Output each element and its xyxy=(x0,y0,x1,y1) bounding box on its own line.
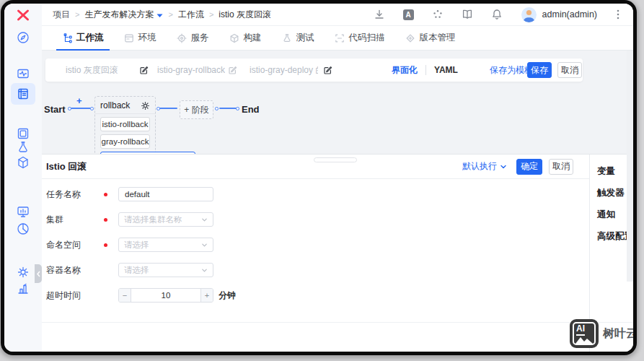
delivery-icon[interactable] xyxy=(16,155,30,170)
edit-name-icon[interactable] xyxy=(139,66,149,75)
connector-line xyxy=(159,108,177,109)
tab-code-scan[interactable]: 代码扫描 xyxy=(335,26,385,50)
report-icon[interactable] xyxy=(16,222,30,236)
save-button[interactable]: 保存 xyxy=(527,62,552,78)
add-stage-button[interactable]: + 阶段 xyxy=(180,100,213,119)
logo-x-icon[interactable] xyxy=(15,7,31,23)
service-icon xyxy=(177,33,187,43)
tab-label: 版本管理 xyxy=(420,32,456,44)
scrollbar-track[interactable] xyxy=(627,51,633,282)
cancel-button[interactable]: 取消 xyxy=(557,62,582,78)
exec-mode-label: 默认执行 xyxy=(462,160,497,173)
end-node: End xyxy=(242,104,260,115)
field-label: 任务名称 xyxy=(46,188,104,201)
plugins-icon[interactable] xyxy=(432,9,444,20)
resources-icon[interactable] xyxy=(16,126,30,141)
left-sidebar xyxy=(4,4,42,352)
required-dot xyxy=(104,218,107,222)
stage-settings-gear-icon[interactable] xyxy=(141,100,150,110)
download-icon[interactable] xyxy=(374,9,385,20)
projects-icon[interactable] xyxy=(16,87,30,101)
add-task-button[interactable]: + xyxy=(76,97,82,105)
environment-icon xyxy=(124,33,134,43)
namespace-select[interactable]: 请选择 xyxy=(118,238,213,252)
more-icon[interactable] xyxy=(613,9,623,20)
connector-line xyxy=(71,108,91,109)
app-window: 项目 > 生产发布解决方案 > 工作流 > istio 灰度回滚 A admin… xyxy=(4,4,633,352)
workflow-desc-field[interactable]: istio-gray-deploy 的回滚工作流 xyxy=(250,64,318,77)
breadcrumb-project-name[interactable]: 生产发布解决方案 xyxy=(84,9,154,21)
insight-icon[interactable] xyxy=(16,66,30,81)
translate-icon[interactable]: A xyxy=(403,9,414,20)
settings-icon[interactable] xyxy=(16,265,30,279)
cluster-select[interactable]: 请选择集群名称 xyxy=(118,212,213,227)
workflow-icon xyxy=(62,33,72,43)
form-row-cluster: 集群 请选择集群名称 xyxy=(46,212,589,227)
docs-icon[interactable] xyxy=(462,9,473,20)
avatar[interactable] xyxy=(521,7,537,22)
tab-builds[interactable]: 构建 xyxy=(229,26,262,50)
container-select[interactable]: 请选择 xyxy=(118,263,213,277)
task-item[interactable]: gray-rollback xyxy=(100,134,150,149)
breadcrumb-projects[interactable]: 项目 xyxy=(53,9,70,21)
edit-desc-icon[interactable] xyxy=(323,66,332,75)
user-name[interactable]: admin(admin) xyxy=(542,9,597,19)
tab-version-management[interactable]: 版本管理 xyxy=(405,26,456,50)
dashboard-icon[interactable] xyxy=(16,30,30,45)
stepper-value[interactable]: 10 xyxy=(131,289,200,302)
version-icon xyxy=(405,33,415,43)
connector-line xyxy=(219,108,237,109)
stepper-plus-button[interactable]: + xyxy=(200,289,213,302)
watermark-label: 树叶云 xyxy=(603,326,633,342)
mountain-icon xyxy=(575,336,593,344)
breadcrumb-current: istio 灰度回滚 xyxy=(219,9,271,21)
connector-dot xyxy=(236,107,239,110)
exec-mode-dropdown[interactable]: 默认执行 xyxy=(462,160,507,173)
field-label: 命名空间 xyxy=(46,239,104,251)
tab-services[interactable]: 服务 xyxy=(177,26,209,50)
tab-label: 工作流 xyxy=(76,32,104,44)
enterprise-icon[interactable] xyxy=(16,281,30,295)
required-dot xyxy=(104,193,107,196)
sidebar-collapse-handle[interactable] xyxy=(35,264,42,283)
panel-cancel-button[interactable]: 取消 xyxy=(549,159,573,175)
task-item[interactable]: istio-rollback xyxy=(100,117,150,131)
timeout-stepper: − 10 + xyxy=(118,288,213,303)
breadcrumb-workflows[interactable]: 工作流 xyxy=(178,9,204,21)
stepper-minus-button[interactable]: − xyxy=(119,289,131,302)
confirm-button[interactable]: 确定 xyxy=(516,159,542,175)
project-tabbar: 工作流 环境 服务 构建 测试 代码扫描 版本管理 xyxy=(42,26,633,51)
watermark: AI 树叶云 xyxy=(570,319,633,348)
task-name-input[interactable] xyxy=(118,187,213,201)
top-header: 项目 > 生产发布解决方案 > 工作流 > istio 灰度回滚 A admin… xyxy=(42,4,633,26)
chevron-down-icon xyxy=(201,242,208,248)
code-scan-icon xyxy=(335,33,345,43)
select-placeholder: 请选择集群名称 xyxy=(124,214,201,225)
stage-name[interactable]: rollback xyxy=(100,100,130,110)
tab-label: 构建 xyxy=(244,32,262,44)
workflow-name-field[interactable]: istio 灰度回滚 xyxy=(66,64,118,77)
task-config-panel: Istio 回滚 默认执行 确定 取消 任务名称 集群 请选择集群名称 命名空间 xyxy=(42,154,633,352)
mode-yaml-toggle[interactable]: YAML xyxy=(425,65,458,75)
chevron-down-icon xyxy=(201,217,208,223)
tests-icon[interactable] xyxy=(16,140,30,155)
mode-ui-toggle[interactable]: 界面化 xyxy=(392,64,418,77)
field-label: 超时时间 xyxy=(46,290,104,302)
tab-label: 测试 xyxy=(296,32,314,44)
edit-key-icon xyxy=(228,66,237,75)
form-row-task-name: 任务名称 xyxy=(46,187,589,201)
tab-environments[interactable]: 环境 xyxy=(124,26,156,50)
tab-workflows[interactable]: 工作流 xyxy=(62,26,104,50)
chevron-down-icon[interactable] xyxy=(156,8,163,21)
panel-footer-divider xyxy=(42,322,633,323)
monitor-icon[interactable] xyxy=(16,204,30,219)
notifications-icon[interactable] xyxy=(491,9,503,20)
field-label: 容器名称 xyxy=(46,264,104,277)
tab-label: 环境 xyxy=(138,32,156,44)
breadcrumb-separator: > xyxy=(75,10,79,19)
save-as-template-link[interactable]: 保存为模板 xyxy=(490,64,533,77)
select-placeholder: 请选择 xyxy=(124,240,201,251)
connector-dot xyxy=(215,107,219,110)
field-label: 集群 xyxy=(46,214,104,226)
tab-tests[interactable]: 测试 xyxy=(282,26,314,50)
